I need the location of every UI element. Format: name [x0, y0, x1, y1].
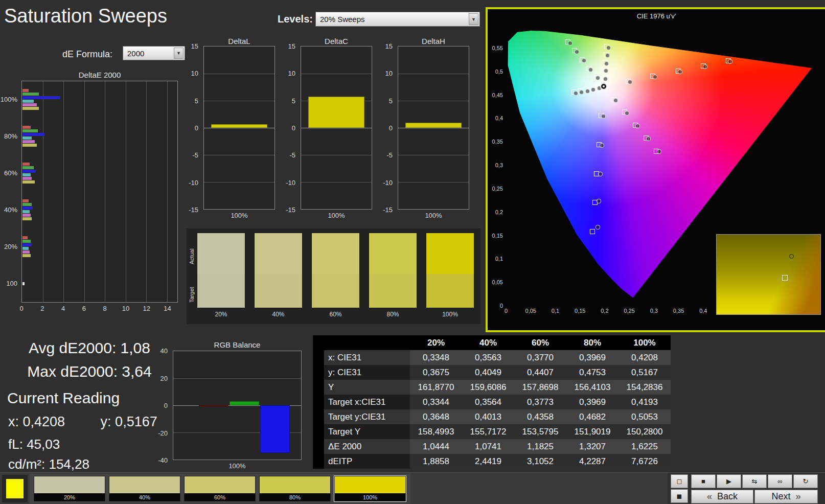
table-cell: 0,5053 — [618, 409, 671, 424]
gridline — [398, 74, 469, 74]
swatch-column — [311, 233, 360, 308]
layout-compact-button[interactable]: ◻ — [671, 474, 688, 488]
axis-tick-label: 0,4 — [699, 308, 707, 314]
table-strip-cell — [313, 454, 324, 469]
axis-tick-label: 0 — [195, 124, 198, 132]
table-cell: 154,2836 — [618, 380, 671, 395]
patch-button-60%[interactable]: 60% — [184, 476, 256, 501]
levels-label: Levels: — [278, 13, 313, 25]
axis-tick-label: 0 — [292, 124, 295, 132]
back-chevron-icon: « — [707, 491, 712, 502]
measured-point-marker — [600, 143, 604, 148]
patch-button-100%[interactable]: 100% — [334, 476, 406, 501]
axis-tick-label: 10 — [191, 70, 198, 77]
bar — [22, 100, 34, 103]
bar — [22, 129, 38, 132]
avg-de2000: Avg dE2000: 1,08 — [15, 339, 164, 357]
table-cell: 150,2800 — [618, 424, 671, 439]
table-cell: 153,5795 — [514, 424, 566, 439]
gridline — [105, 81, 105, 302]
table-cell: 1,0444 — [410, 439, 462, 454]
table-cell: 156,4103 — [566, 380, 618, 395]
axis-tick-label: 60% — [4, 169, 17, 177]
patch-label: 100% — [335, 493, 405, 501]
play-button[interactable]: ▶ — [717, 474, 741, 488]
table-cell: 0,3564 — [462, 395, 514, 409]
table-strip-cell — [313, 424, 324, 439]
de-formula-dropdown[interactable]: 2000 ▼ — [123, 46, 185, 60]
bar — [22, 207, 33, 210]
gridline — [301, 155, 372, 155]
deltae-chart-title: DeltaE 2000 — [21, 71, 178, 79]
stop-button[interactable]: ■ — [691, 474, 716, 488]
axis-tick-label: -10 — [286, 178, 295, 186]
gridline — [146, 81, 147, 302]
deltac-chart-title: DeltaC — [301, 37, 372, 45]
patch-button-40%[interactable]: 40% — [109, 476, 180, 501]
layout-expanded-button[interactable]: ◼ — [671, 489, 688, 503]
swatch-label: 20% — [197, 311, 245, 318]
x-reading: x: 0,4208 — [8, 414, 65, 429]
table-cell: 0,4682 — [566, 409, 618, 424]
bar — [22, 247, 29, 250]
measured-point-marker — [628, 80, 632, 84]
sweep-order-button[interactable]: ⇆ — [742, 474, 767, 488]
y-reading: y: 0,5167 — [101, 414, 157, 429]
deltah-chart-title: DeltaH — [398, 37, 469, 45]
rgb-ylabels: 40200-20-40 — [154, 351, 171, 460]
axis-tick-label: -5 — [289, 151, 295, 159]
measured-point-marker — [582, 58, 586, 63]
axis-tick-label: -10 — [383, 178, 393, 186]
table-cell: 7,6726 — [618, 454, 671, 469]
table-cell: 0,4753 — [566, 365, 618, 380]
rgb-xlabel: 100% — [173, 462, 302, 470]
measured-point-marker — [595, 76, 600, 80]
table-cell: 0,4049 — [462, 365, 514, 380]
table-row-label: Target y:CIE31 — [324, 409, 410, 424]
table-header-cell: 20% — [410, 335, 462, 350]
axis-tick-label: 0,15 — [492, 233, 503, 239]
table-header-cell: 80% — [566, 335, 618, 350]
levels-dropdown[interactable]: 20% Sweeps ▼ — [315, 12, 480, 27]
white-point-marker — [600, 83, 607, 90]
gridline — [84, 81, 85, 302]
patch-label: 80% — [260, 493, 330, 501]
table-header-cell: 100% — [618, 335, 671, 350]
bar — [22, 177, 32, 180]
table-header-cell: 40% — [462, 335, 514, 350]
gridline — [204, 128, 274, 128]
table-cell: 155,7172 — [462, 424, 514, 439]
current-patch-swatch — [6, 479, 24, 498]
axis-tick-label: 40 — [161, 347, 168, 355]
gridline — [167, 81, 168, 302]
axis-tick-label: 12 — [143, 305, 150, 312]
axis-tick-label: -20 — [158, 429, 168, 437]
bar — [22, 133, 44, 136]
continuous-read-button[interactable]: ∞ — [768, 474, 792, 488]
bar — [22, 250, 30, 254]
deltah-plot — [398, 46, 469, 210]
axis-tick-label: 10 — [385, 70, 393, 77]
axis-tick-label: 4 — [61, 305, 65, 312]
back-button[interactable]: « Back — [691, 490, 753, 503]
measured-point-marker — [575, 50, 579, 54]
gridline — [301, 74, 372, 74]
next-button[interactable]: Next » — [754, 490, 818, 503]
patch-button-80%[interactable]: 80% — [259, 476, 331, 501]
levels-value: 20% Sweeps — [320, 15, 365, 24]
swatch-target — [197, 274, 245, 308]
table-cell: 0,5167 — [618, 365, 671, 380]
axis-tick-label: 100 — [6, 280, 17, 287]
patch-label: 60% — [185, 493, 255, 501]
axis-tick-label: 5 — [292, 97, 295, 104]
deltal-plot — [203, 46, 275, 210]
patch-button-20%[interactable]: 20% — [34, 476, 105, 501]
repeat-button[interactable]: ↻ — [793, 474, 818, 488]
axis-tick-label: 0,45 — [492, 92, 503, 98]
bar — [22, 240, 31, 243]
controls-panel: ◻◼ ■▶⇆∞↻ « Back Next » — [668, 473, 825, 504]
table-cell: 1,1825 — [514, 439, 566, 454]
axis-tick-label: 100% — [1, 96, 17, 103]
axis-tick-label: 0 — [505, 308, 508, 314]
measured-point-marker — [678, 70, 682, 74]
